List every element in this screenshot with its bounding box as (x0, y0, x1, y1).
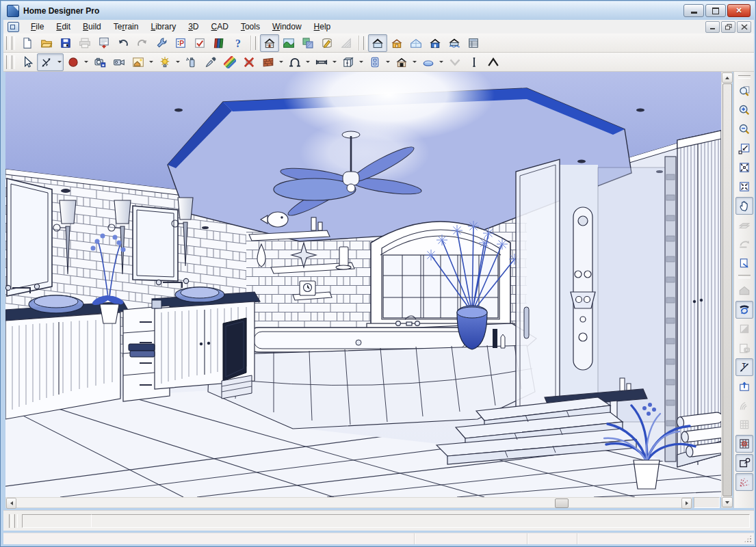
tape-measure-button[interactable] (38, 54, 55, 70)
dollhouse-view-button[interactable] (387, 34, 406, 52)
record-walkthrough-dropdown[interactable] (82, 54, 90, 70)
reference-grid-button[interactable] (735, 416, 753, 433)
new-plan-button[interactable] (18, 34, 37, 52)
terrain-tools-button[interactable] (279, 34, 298, 52)
render-techniques-dropdown[interactable] (147, 54, 155, 70)
toggle-dimensions-button[interactable]: T (735, 358, 753, 376)
wall-tools-button[interactable] (259, 54, 277, 70)
menu-file[interactable]: File (25, 21, 50, 33)
preferences-button[interactable]: P (171, 34, 190, 52)
rebuild-3d-button[interactable] (735, 301, 753, 319)
roof-tools-button[interactable] (484, 53, 503, 71)
select-objects-button[interactable] (18, 53, 37, 71)
scroll-down-button[interactable] (722, 497, 733, 507)
camera-defaults-button[interactable] (735, 282, 753, 299)
object-snaps-button[interactable] (735, 454, 753, 472)
adjust-lights-dropdown[interactable] (174, 54, 181, 70)
cabinet-tools-dropdown[interactable] (357, 54, 365, 70)
toolbar-grip[interactable] (6, 55, 10, 69)
window-tools-button[interactable] (313, 54, 330, 70)
zoom-button[interactable] (735, 82, 753, 100)
walkthrough-camera-button[interactable] (109, 53, 129, 71)
wall-elevation-button[interactable] (337, 34, 356, 52)
menu-library[interactable]: Library (144, 21, 182, 33)
door-tools-dropdown[interactable] (304, 54, 311, 70)
watercolor-view-button[interactable] (445, 34, 464, 52)
vertical-scrollbar[interactable] (721, 72, 732, 508)
electrical-tools-dropdown[interactable] (384, 54, 391, 70)
zoom-toward-button[interactable] (735, 139, 753, 157)
plan-view-button[interactable] (260, 34, 279, 52)
scroll-up-button[interactable] (722, 72, 733, 83)
delete-objects-button[interactable] (239, 53, 259, 71)
menu-terrain[interactable]: Terrain (107, 21, 145, 33)
zoom-in-button[interactable] (735, 101, 753, 119)
menu-edit[interactable]: Edit (50, 21, 77, 33)
close-button[interactable]: ✕ (727, 4, 751, 17)
redo-button[interactable] (133, 34, 152, 52)
scroll-left-button[interactable] (6, 498, 16, 509)
fireplace-tools-dropdown[interactable] (410, 54, 418, 70)
menu-tools[interactable]: Tools (235, 21, 266, 33)
save-camera-button[interactable] (90, 53, 109, 71)
record-walkthrough-button[interactable] (64, 54, 82, 70)
mdi-minimize-button[interactable] (705, 21, 720, 33)
render-techniques-button[interactable] (129, 54, 147, 70)
text-tool-button[interactable] (465, 53, 484, 71)
wall-tools-dropdown[interactable] (277, 54, 285, 70)
toolbar-grip[interactable] (738, 75, 751, 79)
soffit-tools-button[interactable] (419, 54, 437, 70)
undo-button[interactable] (114, 34, 133, 52)
framing-view-button[interactable] (426, 34, 445, 52)
grid-snaps-button[interactable] (735, 435, 753, 453)
window-tools-dropdown[interactable] (330, 54, 338, 70)
toggle-shadows-button[interactable] (735, 320, 753, 338)
save-plan-button[interactable] (56, 34, 75, 52)
toolbar-grip[interactable] (6, 36, 10, 50)
print-preview-button[interactable] (94, 34, 114, 52)
vertical-scroll-thumb[interactable] (722, 83, 732, 496)
status-grip[interactable] (9, 514, 12, 528)
zoom-extents-button[interactable] (735, 178, 753, 196)
render-canvas[interactable] (5, 72, 721, 497)
pan-window-button[interactable] (735, 197, 753, 215)
tape-measure-dropdown[interactable] (55, 54, 63, 70)
fill-window-button[interactable] (735, 159, 753, 176)
mdi-restore-button[interactable] (721, 21, 735, 33)
open-plan-button[interactable] (37, 34, 56, 52)
material-eyedropper-button[interactable] (201, 53, 220, 71)
default-settings-button[interactable] (190, 34, 209, 52)
horizontal-scrollbar[interactable] (5, 497, 692, 508)
zoom-out-button[interactable] (735, 120, 753, 138)
spray-painter-button[interactable] (182, 53, 201, 71)
arc-tool-button[interactable] (735, 397, 753, 414)
fireplace-tools-button[interactable] (393, 54, 410, 70)
minimize-button[interactable] (683, 4, 704, 17)
adjust-materials-button[interactable] (220, 53, 239, 71)
camera-view-button[interactable] (368, 34, 387, 52)
soffit-tools-dropdown[interactable] (437, 54, 445, 70)
menu-help[interactable]: Help (308, 21, 337, 33)
scroll-right-button[interactable] (681, 498, 692, 509)
copy-view-button[interactable] (735, 254, 753, 272)
view-window-icon[interactable] (8, 22, 19, 32)
previous-view-button[interactable] (735, 235, 753, 253)
materials-button[interactable] (298, 34, 317, 52)
help-button[interactable]: ? (229, 34, 248, 52)
adjust-lights-button[interactable] (156, 54, 174, 70)
door-tools-button[interactable] (286, 54, 304, 70)
import-view-button[interactable] (735, 377, 753, 395)
angle-snaps-button[interactable] (735, 473, 753, 491)
edit-layers-button[interactable] (735, 216, 753, 234)
cad-detail-button[interactable] (317, 34, 337, 52)
maximize-button[interactable] (705, 4, 726, 17)
cabinet-tools-button[interactable] (339, 54, 357, 70)
print-button[interactable] (75, 34, 94, 52)
menu-cad[interactable]: CAD (205, 21, 235, 33)
materials-list-button[interactable] (464, 34, 483, 52)
menu-3d[interactable]: 3D (182, 21, 205, 33)
menu-window[interactable]: Window (266, 21, 308, 33)
final-view-button[interactable] (735, 339, 753, 357)
menu-build[interactable]: Build (77, 21, 107, 33)
electrical-tools-button[interactable] (366, 54, 384, 70)
